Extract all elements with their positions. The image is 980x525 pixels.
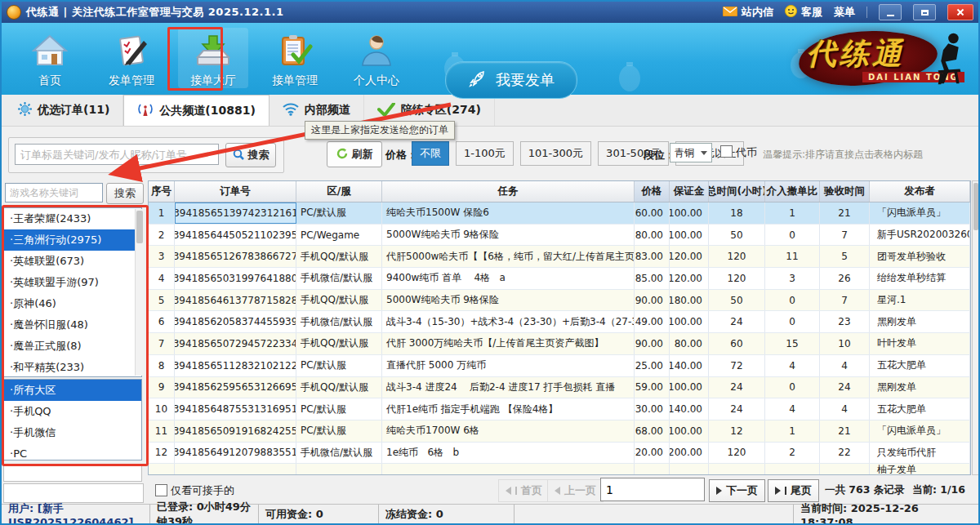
- last-page-bar: [785, 487, 786, 495]
- game-search-label: 搜索: [114, 186, 136, 201]
- page-number-input[interactable]: [600, 478, 705, 501]
- table-cell: 手机微信/默认服: [296, 268, 382, 289]
- table-row-partial[interactable]: 柚子发单: [149, 464, 970, 475]
- orders-table: 序号订单号区/服任务价格保证金总时间(小时)介入撤单比验收时间发布者 13941…: [148, 180, 971, 475]
- total-records: 一共 763 条记录: [825, 483, 904, 497]
- sun-icon: [18, 102, 32, 118]
- game-list-item[interactable]: ·原神(46): [4, 293, 141, 314]
- tab-pick-orders[interactable]: 优选订单(11): [5, 95, 123, 126]
- last-page-button[interactable]: 尾页: [768, 479, 819, 502]
- order-search-input[interactable]: [15, 144, 219, 165]
- game-list-item[interactable]: ·和平精英(233): [4, 357, 141, 377]
- service-item[interactable]: 客服: [785, 5, 822, 20]
- table-cell: 24: [820, 377, 870, 398]
- game-list-item[interactable]: ·英雄联盟手游(97): [4, 272, 141, 293]
- table-cell: 49.00: [635, 311, 670, 332]
- token-label: 代币: [736, 146, 757, 158]
- table-header-cell[interactable]: 区/服: [296, 181, 382, 202]
- table-cell: 11: [149, 420, 175, 442]
- game-search-input[interactable]: [5, 183, 103, 202]
- zone-list-item[interactable]: ·手机QQ: [4, 401, 141, 422]
- table-row[interactable]: 539418564613778715828手机QQ/默认服5000W纯哈夫币 9…: [149, 290, 970, 312]
- table-header-cell[interactable]: 序号: [149, 181, 175, 202]
- table-header-cell[interactable]: 保证金: [670, 181, 709, 202]
- table-row[interactable]: 839418565112832102122PC/默认服直播代肝 5000 万纯币…: [149, 355, 970, 377]
- table-row[interactable]: 339418565126783866727手机QQ/默认服代肝5000w哈夫币【…: [149, 246, 970, 268]
- price-option-2[interactable]: 101-300元: [520, 141, 591, 166]
- app-window: 代练通 | 关注代练工作室管理与交易 2025.12.1.1 站内信 客服 菜单…: [0, 0, 980, 525]
- table-scrollbar[interactable]: [972, 180, 980, 475]
- table-cell: 200.00: [670, 443, 709, 464]
- publish-order-button[interactable]: 我要发单: [445, 61, 577, 99]
- table-row[interactable]: 1139418565091916824255PC/默认服纯哈夫币1700W 6格…: [149, 420, 970, 443]
- zone-list: ·所有大区·手机QQ·手机微信·PC: [3, 379, 142, 460]
- price-option-0[interactable]: 不限: [412, 141, 449, 166]
- nav-item-accept-manage[interactable]: 接单管理: [260, 28, 330, 88]
- table-row[interactable]: 739418565072945722334手机QQ/默认服代肝 3000万纯哈夫…: [149, 333, 970, 355]
- tab-public-channel[interactable]: 公共频道(10881): [123, 95, 270, 126]
- table-cell: 手机QQ/默认服: [296, 333, 382, 354]
- table-row[interactable]: 1039418564875531316951PC/默认服代肝1e纯币 指定手机端…: [149, 398, 970, 420]
- table-cell: [175, 464, 296, 475]
- table-row[interactable]: 939418562595653126695手机QQ/默认服战斗3-4 进度24 …: [149, 377, 970, 399]
- only-acceptable-filter[interactable]: 仅看可接手的: [155, 483, 234, 498]
- service-label: 客服: [801, 5, 822, 20]
- game-list-item[interactable]: ·魔兽正式服(8): [4, 336, 141, 357]
- table-header-cell[interactable]: 订单号: [175, 181, 296, 202]
- game-list-item[interactable]: ·英雄联盟(673): [4, 251, 141, 272]
- game-list-item[interactable]: ·魔兽怀旧服(48): [4, 314, 141, 336]
- table-row[interactable]: 639418562058374455939手机微信/默认服战斗3-4（15-30…: [149, 311, 970, 333]
- table-header-cell[interactable]: 任务: [382, 181, 635, 202]
- prev-page-button[interactable]: 上一页: [547, 479, 604, 502]
- table-header-cell[interactable]: 发布者: [870, 181, 970, 202]
- table-header-cell[interactable]: 价格: [635, 181, 670, 202]
- next-page-icon: [716, 487, 722, 495]
- nav-item-accept-hall[interactable]: 接单大厅: [178, 28, 248, 88]
- mail-item[interactable]: 站内信: [723, 5, 773, 20]
- table-row[interactable]: 139418565139742312161PC/默认服纯哈夫币1500W 保险6…: [149, 202, 970, 225]
- rank-select[interactable]: 青铜: [670, 143, 712, 162]
- next-page-button[interactable]: 下一页: [709, 479, 765, 502]
- table-row[interactable]: 1239418564912079883551手机微信/默认服1e纯币 6格 b4…: [149, 443, 970, 465]
- close-button[interactable]: [947, 4, 973, 20]
- table-cell: 39418564613778715828: [175, 290, 296, 311]
- table-cell: 黑刚发单: [870, 311, 970, 332]
- table-row[interactable]: 239418564450521102395PC/Wegame5000W纯哈夫币 …: [149, 225, 970, 247]
- token-checkbox[interactable]: [720, 145, 733, 158]
- zone-list-item[interactable]: ·所有大区: [4, 380, 141, 401]
- table-header-cell[interactable]: 验收时间: [820, 181, 870, 202]
- window-title: 代练通 | 关注代练工作室管理与交易 2025.12.1.1: [26, 5, 284, 20]
- table-header-cell[interactable]: 总时间(小时): [709, 181, 765, 202]
- minimize-button[interactable]: [879, 4, 902, 20]
- tab-label: 公共频道(10881): [159, 104, 256, 118]
- game-list-item[interactable]: ·三角洲行动(2975): [4, 229, 141, 251]
- table-cell: 39418564450521102395: [175, 225, 296, 246]
- only-acceptable-checkbox[interactable]: [155, 484, 167, 496]
- order-search-button[interactable]: 搜索: [225, 143, 276, 167]
- game-list-item[interactable]: ·王者荣耀(2433): [4, 208, 141, 229]
- nav-item-send-manage[interactable]: 发单管理: [96, 28, 167, 88]
- table-cell: 4: [765, 398, 820, 420]
- table-header-cell[interactable]: 介入撤单比: [765, 181, 820, 202]
- game-list-scrollbar[interactable]: [135, 209, 145, 376]
- table-cell: 183.00: [635, 246, 670, 267]
- antenna-icon: [137, 102, 154, 119]
- maximize-button[interactable]: [913, 4, 936, 20]
- zone-list-item[interactable]: ·PC: [4, 443, 141, 460]
- zone-list-item[interactable]: ·手机微信: [4, 422, 141, 443]
- menu-item[interactable]: 菜单: [834, 5, 855, 20]
- refresh-button[interactable]: 刷新: [327, 141, 382, 167]
- table-cell: 15: [765, 333, 820, 354]
- table-cell: 绐绐发单秒结算: [870, 268, 970, 289]
- price-option-1[interactable]: 1-100元: [456, 141, 514, 166]
- table-cell: 黑刚发单: [870, 377, 970, 398]
- token-filter[interactable]: 代币: [720, 145, 757, 160]
- table-row[interactable]: 439418565031997641880手机微信/默认服9400w纯币 首单 …: [149, 268, 970, 290]
- sort-hint: 温馨提示:排序请直接点击表格内标题: [763, 148, 923, 162]
- nav-item-home[interactable]: 首页: [15, 28, 85, 88]
- home-icon: [15, 31, 85, 70]
- table-cell: 120: [709, 246, 765, 267]
- nav-item-profile[interactable]: 个人中心: [341, 28, 412, 88]
- game-search-button[interactable]: 搜索: [106, 183, 144, 204]
- first-page-button[interactable]: 首页: [498, 479, 550, 502]
